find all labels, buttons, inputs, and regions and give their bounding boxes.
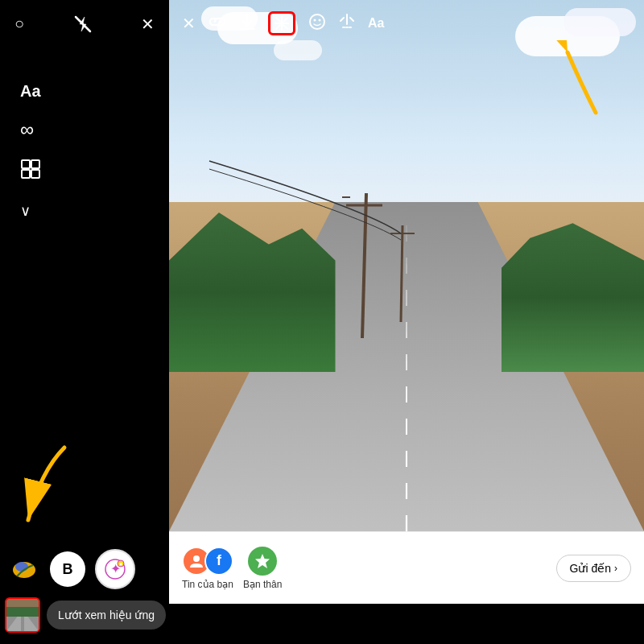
send-button[interactable]: Gửi đến ›	[556, 555, 631, 582]
facebook-avatar: f	[204, 547, 233, 576]
close-icon-right[interactable]: ✕	[182, 14, 196, 33]
link-icon[interactable]	[208, 14, 226, 33]
ban-than-icon	[248, 547, 277, 576]
svg-line-25	[283, 25, 287, 29]
flash-off-icon[interactable]	[74, 14, 92, 34]
thumbnail-box[interactable]	[5, 597, 40, 633]
bottom-icons-row: B ✦ ★	[0, 549, 169, 597]
svg-rect-4	[31, 170, 39, 178]
svg-rect-16	[6, 607, 39, 617]
road-photo	[169, 0, 644, 531]
tin-cua-ban-group[interactable]: f Tin của bạn	[182, 547, 233, 590]
right-top-bar: ✕	[169, 0, 644, 47]
top-left-icons: ○ ✕	[0, 0, 169, 34]
bottom-bar: Lướt xem hiệu ứng	[0, 597, 169, 633]
svg-line-23	[283, 18, 287, 22]
circle-icon[interactable]: ○	[14, 14, 24, 34]
send-label: Gửi đến	[570, 562, 611, 575]
bottom-left-area: B ✦ ★	[0, 549, 169, 644]
ban-than-group[interactable]: Bạn thân	[243, 547, 282, 590]
bottom-share-bar: f Tin của bạn Bạn thân Gửi đến ›	[169, 531, 644, 604]
audio-icon[interactable]	[339, 13, 355, 35]
arrow-down-left	[16, 440, 80, 539]
avatar-stack: f	[182, 547, 233, 576]
ban-than-label: Bạn thân	[243, 579, 282, 590]
grid-tool[interactable]	[20, 159, 41, 184]
svg-line-22	[276, 18, 280, 22]
infinity-tool[interactable]: ∞	[20, 118, 41, 141]
close-icon-left[interactable]: ✕	[141, 14, 155, 34]
text-tool[interactable]: Aa	[20, 82, 41, 101]
bold-b-button[interactable]: B	[50, 551, 85, 587]
text-format-icon[interactable]: Aa	[368, 16, 384, 31]
download-icon[interactable]	[239, 13, 255, 35]
left-panel: ○ ✕ Aa ∞ ∨	[0, 0, 169, 644]
svg-point-28	[319, 19, 321, 21]
svg-rect-2	[31, 160, 39, 168]
svg-point-36	[193, 555, 200, 562]
send-arrow-icon: ›	[614, 563, 617, 574]
svg-point-7	[15, 562, 28, 572]
svg-text:★: ★	[118, 561, 123, 567]
tin-cua-ban-label: Tin của bạn	[182, 579, 233, 590]
move-icon[interactable]	[268, 11, 295, 35]
right-top-icons: ✕	[182, 11, 384, 35]
svg-rect-3	[22, 170, 30, 178]
left-tools: Aa ∞ ∨	[0, 34, 41, 220]
face-icon[interactable]	[308, 13, 326, 35]
thumbnail-image	[6, 599, 39, 631]
retouch-button[interactable]: ✦ ★	[95, 549, 135, 589]
right-panel: ✕	[169, 0, 644, 644]
slide-effects-pill[interactable]: Lướt xem hiệu ứng	[47, 601, 166, 630]
feather-icon[interactable]	[8, 553, 40, 585]
chevron-down-tool[interactable]: ∨	[20, 202, 41, 220]
svg-point-27	[314, 19, 316, 21]
svg-marker-37	[255, 554, 270, 568]
trees-left	[169, 213, 336, 372]
svg-rect-1	[22, 160, 30, 168]
svg-point-26	[310, 14, 324, 29]
svg-rect-15	[21, 617, 24, 631]
svg-line-24	[276, 25, 280, 29]
